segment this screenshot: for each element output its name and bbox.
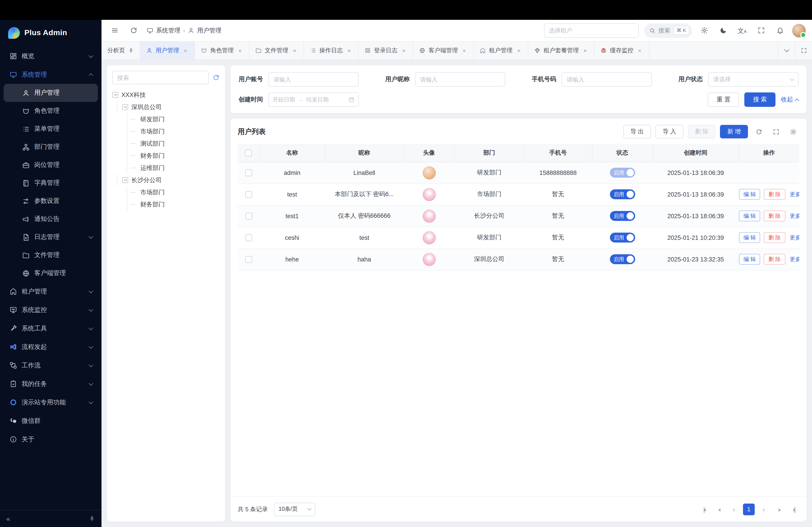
tab-close-icon[interactable] [461, 47, 467, 54]
sidebar-item[interactable]: 关于 [4, 430, 98, 449]
table-settings-icon[interactable] [787, 125, 799, 138]
sidebar-item[interactable]: 部门管理 [4, 138, 98, 156]
brand[interactable]: Plus Admin [0, 20, 102, 46]
avatar[interactable] [422, 209, 436, 223]
tree-node[interactable]: XXX科技 [112, 89, 220, 101]
import-button[interactable]: 导 入 [655, 125, 683, 138]
tab-close-icon[interactable] [582, 47, 588, 54]
sidebar-item[interactable]: 通知公告 [4, 210, 98, 228]
tab[interactable]: 租户套餐管理 [528, 42, 595, 60]
tree-node[interactable]: 深圳总公司 [112, 101, 220, 113]
dark-mode-moon-icon[interactable] [716, 24, 730, 37]
phone-input[interactable] [562, 72, 652, 87]
table-fullscreen-icon[interactable] [770, 125, 782, 138]
tree-expander-icon[interactable] [122, 177, 128, 183]
sidebar-item[interactable]: 演示站专用功能 [4, 393, 98, 411]
prev-page-button[interactable] [728, 503, 740, 515]
tree-node[interactable]: 研发部门 [112, 113, 220, 125]
avatar[interactable] [422, 166, 436, 179]
global-search-button[interactable]: 搜索 ⌘ K [644, 23, 692, 37]
sidebar-item[interactable]: 工作流 [4, 356, 98, 375]
edit-button[interactable]: 编 辑 [739, 232, 760, 243]
edit-button[interactable]: 编 辑 [739, 211, 760, 221]
row-checkbox[interactable] [245, 235, 252, 241]
sidebar-item[interactable]: 租户管理 [4, 282, 98, 301]
status-toggle[interactable]: 启用 [610, 189, 635, 199]
user-avatar[interactable] [792, 24, 806, 37]
sidebar-item[interactable]: 系统监控 [4, 301, 98, 319]
breadcrumb-item-system[interactable]: 系统管理 [147, 26, 180, 34]
row-delete-button[interactable]: 删 除 [764, 211, 785, 221]
row-checkbox[interactable] [245, 213, 252, 220]
sidebar-item[interactable]: 菜单管理 [4, 120, 98, 138]
page-size-select[interactable]: 10条/页 [274, 502, 316, 516]
row-delete-button[interactable]: 删 除 [764, 189, 785, 200]
avatar[interactable] [422, 253, 436, 266]
tree-expander-icon[interactable] [122, 104, 128, 110]
more-button[interactable]: 更多 [789, 211, 799, 221]
sidebar-item[interactable]: 系统工具 [4, 319, 98, 338]
edit-button[interactable]: 编 辑 [739, 189, 760, 200]
tree-node[interactable]: 市场部门 [112, 125, 220, 137]
hamburger-menu-icon[interactable] [108, 24, 121, 37]
tree-expander-icon[interactable] [112, 92, 118, 98]
more-button[interactable]: 更多 [789, 254, 799, 265]
tab-close-icon[interactable] [637, 47, 643, 54]
tab[interactable]: 缓存监控 [595, 42, 649, 60]
sidebar-item[interactable]: 用户管理 [4, 84, 98, 102]
tab-close-icon[interactable] [401, 47, 407, 54]
sidebar-item[interactable]: 日志管理 [4, 228, 98, 246]
status-select[interactable]: 请选择 [708, 72, 798, 87]
select-all-checkbox[interactable] [245, 150, 252, 156]
tree-node[interactable]: 财务部门 [112, 150, 220, 162]
reset-button[interactable]: 重 置 [708, 92, 739, 107]
date-range-picker[interactable]: 开始日期 → 结束日期 [269, 92, 359, 107]
more-button[interactable]: 更多 [789, 189, 799, 200]
add-button[interactable]: 新 增 [720, 125, 748, 138]
status-toggle[interactable]: 启用 [610, 211, 635, 221]
sidebar-item[interactable]: 角色管理 [4, 102, 98, 120]
sidebar-item[interactable]: 微信群 [4, 411, 98, 430]
settings-gear-icon[interactable] [697, 24, 711, 37]
tree-node[interactable]: 市场部门 [112, 186, 220, 198]
tab[interactable]: 操作日志 [304, 42, 359, 60]
collapse-filters-link[interactable]: 收起 [781, 95, 798, 104]
first-page-button[interactable] [698, 503, 710, 515]
table-row[interactable]: test1 仅本人 密码666666 长沙分公司 暂无 启用 [238, 205, 799, 227]
tabs-fullscreen-button[interactable] [795, 42, 812, 60]
last-page-button[interactable] [788, 503, 799, 515]
status-toggle[interactable]: 启用 [610, 168, 635, 178]
tree-node[interactable]: 财务部门 [112, 198, 220, 211]
next-page-button[interactable] [758, 503, 770, 515]
collapse-sidebar-icon[interactable]: « [6, 515, 9, 523]
sidebar-item[interactable]: 我的任务 [4, 375, 98, 393]
table-row[interactable]: hehe haha 深圳总公司 暂无 启用 [238, 249, 799, 270]
row-delete-button[interactable]: 删 除 [764, 254, 785, 265]
sidebar-item[interactable]: 岗位管理 [4, 156, 98, 174]
sidebar-item[interactable]: 概览 [4, 47, 98, 65]
tab[interactable]: 客户端管理 [413, 42, 474, 60]
tab-close-icon[interactable] [516, 47, 522, 54]
avatar[interactable] [422, 231, 436, 244]
table-row[interactable]: ceshi test 研发部门 暂无 启用 [238, 227, 799, 249]
tabs-dropdown-button[interactable] [778, 42, 795, 60]
tree-search-input[interactable] [112, 71, 209, 84]
sidebar-item[interactable]: 系统管理 [4, 65, 98, 84]
edit-button[interactable]: 编 辑 [739, 254, 760, 265]
tab-close-icon[interactable] [182, 47, 189, 54]
status-toggle[interactable]: 启用 [610, 232, 635, 243]
tab[interactable]: 登录日志 [359, 42, 413, 60]
status-toggle[interactable]: 启用 [610, 254, 635, 264]
tree-node[interactable]: 运维部门 [112, 162, 220, 174]
tab[interactable]: 租户管理 [474, 42, 528, 60]
translate-icon[interactable]: 文A [735, 24, 749, 37]
fast-next-button[interactable] [773, 503, 784, 515]
tree-node[interactable]: 长沙分公司 [112, 174, 220, 186]
delete-button[interactable]: 删 除 [688, 125, 716, 138]
refresh-page-icon[interactable] [127, 24, 140, 37]
table-row[interactable]: test 本部门及以下 密码6... 市场部门 暂无 启用 [238, 183, 799, 205]
fullscreen-icon[interactable] [754, 24, 768, 37]
more-button[interactable]: 更多 [789, 232, 799, 243]
tab[interactable]: 文件管理 [249, 42, 304, 60]
current-page-button[interactable]: 1 [743, 503, 755, 515]
